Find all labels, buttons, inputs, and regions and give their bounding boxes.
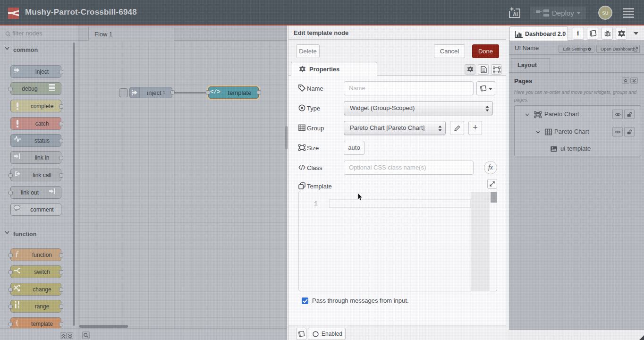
svg-text:AI: AI bbox=[513, 11, 518, 17]
